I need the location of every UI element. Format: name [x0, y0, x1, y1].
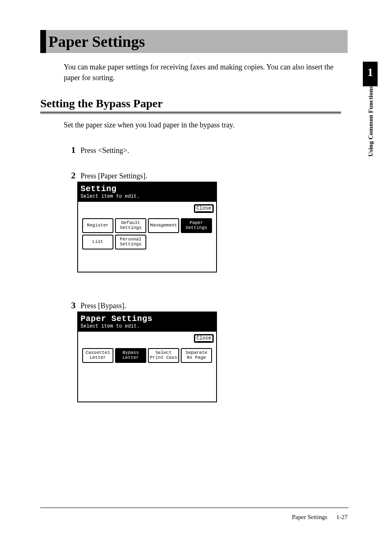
step-text: Press [Paper Settings].	[81, 172, 147, 180]
step-number: 2	[65, 170, 76, 181]
button-grid: Register Default Settings Management Pap…	[82, 218, 212, 249]
screen-body: Close Register Default Settings Manageme…	[78, 202, 216, 272]
select-print-cass-button[interactable]: Select Print Cass	[148, 348, 179, 363]
section-heading-text: Setting the Bypass Paper	[40, 97, 341, 110]
step-number: 3	[65, 300, 76, 311]
bypass-button[interactable]: Bypass Letter	[115, 348, 146, 363]
paper-settings-screen: Paper Settings Select item to edit. Clos…	[77, 312, 217, 402]
default-settings-button[interactable]: Default Settings	[115, 218, 146, 233]
page: Paper Settings You can make paper settin…	[0, 0, 392, 554]
screen-title: Setting	[81, 184, 214, 194]
screen-header: Paper Settings Select item to edit.	[78, 312, 216, 332]
section-intro-text: Set the paper size when you load paper i…	[64, 121, 327, 129]
cassette1-button[interactable]: Cassette1 Letter	[82, 348, 113, 363]
page-title-bar: Paper Settings	[40, 30, 348, 53]
step-3: 3 Press [Bypass].	[65, 300, 344, 311]
screen-subtitle: Select item to edit.	[81, 194, 214, 199]
close-button[interactable]: Close	[194, 334, 214, 343]
personal-settings-button[interactable]: Personal Settings	[115, 235, 146, 249]
screen-header: Setting Select item to edit.	[78, 182, 216, 202]
step-2: 2 Press [Paper Settings].	[65, 170, 344, 181]
management-button[interactable]: Management	[148, 218, 179, 233]
footer-page-number: 1-27	[337, 514, 348, 520]
page-title: Paper Settings	[48, 32, 145, 51]
page-intro-text: You can make paper settings for receivin…	[64, 62, 335, 83]
screen-body: Close Cassette1 Letter Bypass Letter Sel…	[78, 332, 216, 402]
footer-label: Paper Settings	[292, 514, 327, 520]
close-button[interactable]: Close	[194, 204, 214, 213]
chapter-number: 1	[363, 66, 378, 79]
step-text: Press [Bypass].	[81, 302, 126, 310]
heading-rule	[40, 112, 341, 114]
step-text: Press <Setting>.	[81, 146, 129, 155]
chapter-label: Using Common Functions	[367, 86, 374, 157]
paper-settings-button[interactable]: Paper Settings	[181, 218, 212, 233]
screen-subtitle: Select item to edit.	[81, 323, 214, 329]
chapter-tab: 1	[363, 62, 378, 86]
page-footer: Paper Settings 1-27	[292, 514, 348, 521]
screen-title: Paper Settings	[81, 314, 214, 323]
step-number: 1	[65, 145, 76, 155]
button-grid: Cassette1 Letter Bypass Letter Select Pr…	[82, 348, 212, 363]
list-button[interactable]: List	[82, 235, 113, 249]
setting-screen: Setting Select item to edit. Close Regis…	[77, 182, 217, 272]
register-button[interactable]: Register	[82, 218, 113, 233]
step-1: 1 Press <Setting>.	[65, 145, 344, 155]
section-heading: Setting the Bypass Paper	[40, 97, 341, 114]
footer-rule	[40, 508, 348, 508]
separate-rx-page-button[interactable]: Separate Rx Page	[181, 348, 212, 363]
